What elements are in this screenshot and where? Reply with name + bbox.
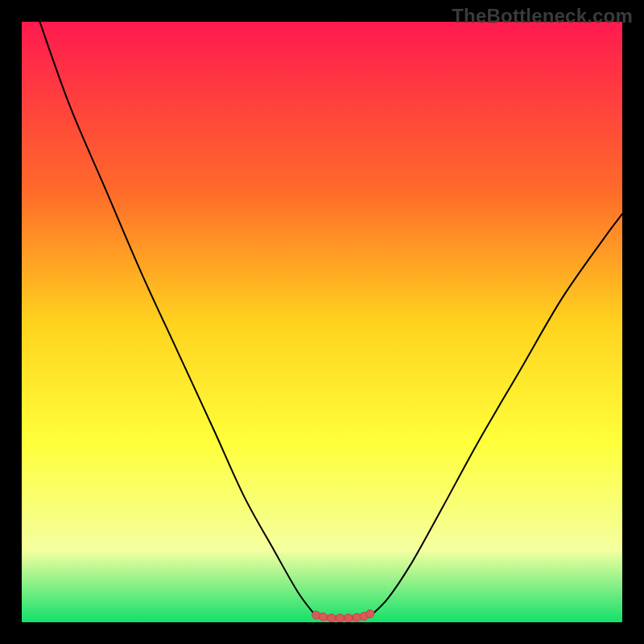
watermark-text: TheBottleneck.com: [452, 5, 633, 27]
valley-marker-dot: [345, 614, 353, 622]
gradient-background: [22, 22, 622, 622]
chart-frame: TheBottleneck.com: [0, 0, 644, 644]
chart-svg: [22, 22, 622, 622]
valley-marker-dot: [336, 614, 344, 622]
plot-area: [22, 22, 622, 622]
valley-marker-dot: [366, 610, 374, 618]
valley-marker-dot: [319, 613, 327, 621]
valley-marker-dot: [312, 611, 320, 619]
valley-marker-dot: [328, 614, 336, 622]
valley-marker-dot: [353, 613, 361, 621]
